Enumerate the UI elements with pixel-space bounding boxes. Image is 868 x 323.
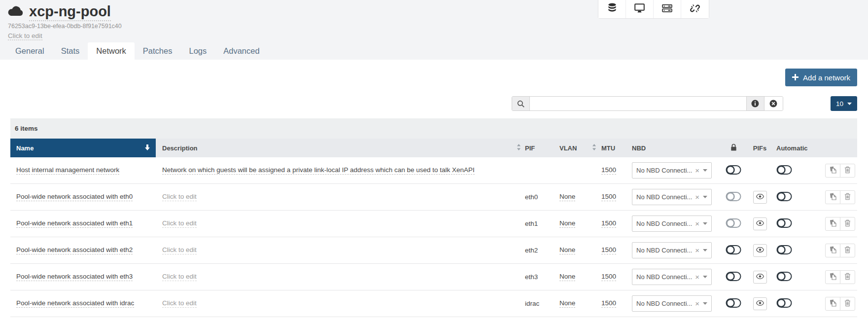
page-title[interactable]: xcp-ng-pool (29, 3, 111, 21)
nbd-select[interactable]: No NBD Connecti... × (632, 295, 712, 312)
automatic-toggle[interactable] (776, 245, 792, 256)
delete-network-button[interactable] (840, 244, 855, 257)
search-clear-icon[interactable] (764, 97, 783, 110)
copy-network-button[interactable] (825, 244, 840, 257)
mtu-value[interactable]: 1500 (601, 219, 616, 228)
vlan-value[interactable]: None (559, 273, 575, 281)
delete-network-button[interactable] (840, 297, 855, 311)
column-header-automatic[interactable]: Automatic (773, 144, 814, 152)
show-pifs-button[interactable] (753, 191, 767, 204)
page-size-dropdown[interactable]: 10 (831, 96, 857, 111)
show-pifs-button[interactable] (753, 297, 767, 310)
column-header-nbd[interactable]: NBD (632, 144, 721, 152)
trash-icon (844, 166, 851, 175)
delete-network-button[interactable] (840, 217, 855, 231)
locking-mode-toggle[interactable] (726, 218, 741, 230)
copy-network-button[interactable] (825, 270, 840, 284)
mtu-value[interactable]: 1500 (601, 193, 616, 201)
network-name[interactable]: Pool-wide network associated with eth2 (16, 246, 133, 254)
disconnect-button[interactable] (681, 0, 709, 18)
automatic-toggle[interactable] (776, 271, 792, 283)
tab-patches[interactable]: Patches (135, 42, 181, 60)
column-header-description[interactable]: Description (156, 144, 525, 152)
tab-stats[interactable]: Stats (53, 42, 88, 60)
mtu-value[interactable]: 1500 (601, 166, 616, 175)
nbd-select[interactable]: No NBD Connecti... × (632, 242, 712, 258)
clear-selection-icon[interactable]: × (695, 273, 699, 281)
automatic-toggle[interactable] (776, 298, 792, 310)
column-header-pif[interactable]: PIF (525, 144, 559, 152)
locking-mode-toggle[interactable] (726, 298, 741, 310)
mtu-value[interactable]: 1500 (601, 299, 616, 308)
nbd-select[interactable]: No NBD Connecti... × (632, 269, 712, 285)
delete-network-button[interactable] (840, 190, 855, 204)
network-name[interactable]: Host internal management network (16, 166, 119, 175)
vlan-value[interactable]: None (559, 299, 575, 308)
copy-network-button[interactable] (825, 217, 840, 231)
network-name[interactable]: Pool-wide network associated with eth1 (16, 219, 133, 228)
mtu-value[interactable]: 1500 (601, 246, 616, 254)
network-description[interactable]: Click to edit (162, 299, 197, 308)
show-pifs-button[interactable] (753, 244, 767, 257)
sort-icon[interactable] (592, 144, 596, 152)
tab-advanced[interactable]: Advanced (215, 42, 268, 60)
eye-icon (756, 193, 764, 201)
vlan-value[interactable]: None (559, 219, 575, 228)
show-pifs-button[interactable] (753, 217, 767, 230)
tab-logs[interactable]: Logs (180, 42, 215, 60)
mtu-value[interactable]: 1500 (601, 273, 616, 281)
column-header-pifs[interactable]: PIFs (746, 144, 773, 152)
automatic-toggle[interactable] (776, 218, 792, 230)
add-network-button[interactable]: Add a network (785, 69, 857, 86)
clear-selection-icon[interactable]: × (695, 167, 699, 174)
column-header-vlan[interactable]: VLAN (559, 144, 601, 152)
nbd-select[interactable]: No NBD Connecti... × (632, 215, 712, 232)
network-search-bar (512, 96, 783, 111)
locking-mode-toggle[interactable] (726, 271, 741, 283)
add-sr-button[interactable] (598, 0, 626, 18)
vlan-value[interactable]: None (559, 246, 575, 254)
tab-network[interactable]: Network (88, 42, 135, 60)
network-name[interactable]: Pool-wide network associated with eth0 (16, 193, 133, 201)
clear-selection-icon[interactable]: × (695, 193, 699, 201)
delete-network-button[interactable] (840, 164, 855, 178)
automatic-toggle[interactable] (776, 191, 792, 203)
network-description[interactable]: Click to edit (162, 273, 197, 281)
caret-down-icon (703, 196, 707, 198)
vlan-value[interactable]: None (559, 193, 575, 201)
trash-icon (844, 193, 851, 202)
copy-network-button[interactable] (825, 164, 840, 178)
network-description[interactable]: Click to edit (162, 246, 197, 254)
column-header-mtu[interactable]: MTU (601, 144, 632, 152)
automatic-toggle[interactable] (776, 165, 792, 177)
search-info-icon[interactable] (746, 97, 764, 110)
tab-general[interactable]: General (7, 42, 53, 60)
locking-mode-toggle[interactable] (726, 165, 741, 177)
column-header-locking-mode[interactable] (721, 144, 746, 153)
eye-icon (756, 247, 764, 254)
clear-selection-icon[interactable]: × (695, 247, 699, 254)
pool-description-edit[interactable]: Click to edit (8, 32, 42, 40)
add-host-button[interactable] (654, 0, 681, 18)
network-name[interactable]: Pool-wide network associated with idrac (16, 299, 134, 308)
nbd-select[interactable]: No NBD Connecti... × (632, 189, 712, 205)
network-description[interactable]: Network on which guests will be assigned… (162, 166, 475, 175)
nbd-select[interactable]: No NBD Connecti... × (632, 162, 712, 179)
search-icon[interactable] (512, 97, 530, 110)
copy-network-button[interactable] (825, 297, 840, 311)
clear-selection-icon[interactable]: × (695, 220, 699, 227)
locking-mode-toggle[interactable] (726, 245, 741, 256)
copy-network-button[interactable] (825, 190, 840, 204)
clear-selection-icon[interactable]: × (695, 300, 699, 307)
delete-network-button[interactable] (840, 270, 855, 284)
network-description[interactable]: Click to edit (162, 219, 197, 228)
locking-mode-toggle[interactable] (726, 191, 741, 203)
show-pifs-button[interactable] (753, 271, 767, 284)
search-input[interactable] (530, 97, 746, 110)
network-name[interactable]: Pool-wide network associated with eth3 (16, 273, 133, 281)
column-header-name[interactable]: Name (10, 139, 156, 157)
network-description[interactable]: Click to edit (162, 193, 197, 201)
copy-icon (830, 246, 836, 255)
new-vm-button[interactable] (626, 0, 654, 18)
sort-icon[interactable] (517, 144, 521, 152)
